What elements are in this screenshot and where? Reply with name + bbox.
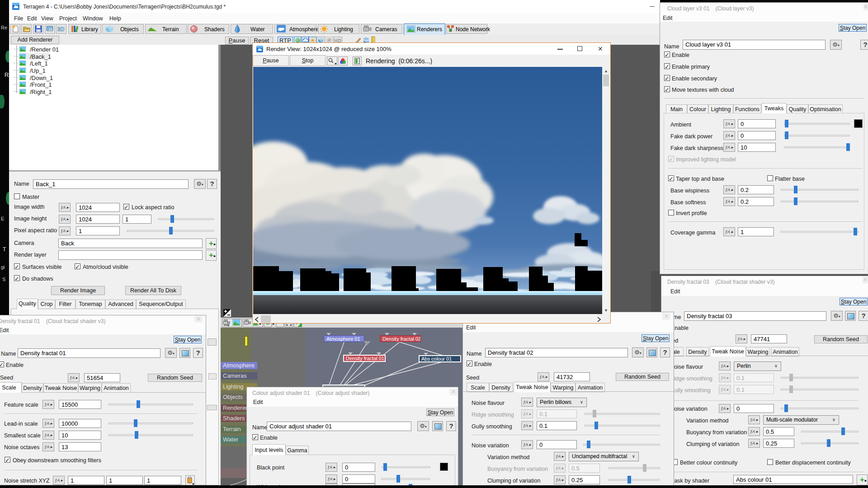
svg-text:R: R (49, 27, 52, 33)
